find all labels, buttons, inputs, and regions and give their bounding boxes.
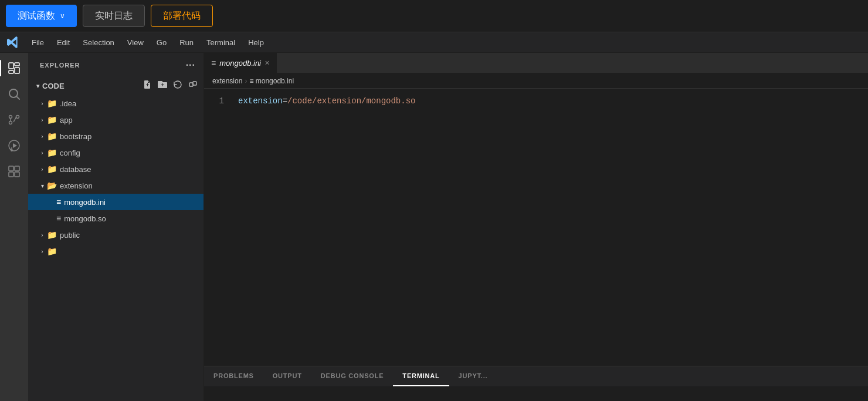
svg-rect-0 <box>9 63 13 69</box>
folder-icon: 📁 <box>47 132 57 141</box>
breadcrumb: extension › ≡ mongodb.ini <box>204 73 868 89</box>
root-folder-label: CODE <box>42 82 141 90</box>
tree-item-mongodb-so-label: mongodb.so <box>64 214 199 223</box>
folder-icon: 📁 <box>47 164 57 174</box>
svg-rect-1 <box>15 63 19 66</box>
menu-edit[interactable]: Edit <box>51 36 76 49</box>
menu-go[interactable]: Go <box>151 36 172 49</box>
tab-bar: ≡ mongodb.ini ✕ <box>204 53 868 73</box>
menu-view[interactable]: View <box>121 36 150 49</box>
tab-file-icon: ≡ <box>211 58 216 68</box>
tree-item-config[interactable]: › 📁 config <box>28 144 204 161</box>
deploy-code-label: 部署代码 <box>163 10 201 22</box>
panel-tab-debug-console[interactable]: DEBUG CONSOLE <box>311 366 394 386</box>
folder-icon: 📁 <box>47 115 57 124</box>
realtime-log-label: 实时日志 <box>95 10 133 22</box>
tree-item-database[interactable]: › 📁 database <box>28 161 204 177</box>
sidebar: EXPLORER ··· ▾ CODE <box>28 53 204 401</box>
code-key: extension <box>238 96 283 106</box>
test-function-button[interactable]: 测试函数 ∨ <box>6 5 77 27</box>
svg-rect-15 <box>9 172 13 177</box>
folder-icon: 📁 <box>47 99 57 108</box>
test-function-label: 测试函数 <box>18 10 55 22</box>
panel-tab-jupyter[interactable]: JUPYT... <box>449 366 497 386</box>
arrow-icon: › <box>38 133 47 140</box>
line-number-1: 1 <box>213 95 224 107</box>
menu-help[interactable]: Help <box>242 36 270 49</box>
new-folder-icon[interactable] <box>157 79 168 93</box>
tab-close-button[interactable]: ✕ <box>265 59 270 67</box>
tree-item-more[interactable]: › 📁 <box>28 243 204 260</box>
tree-item-idea[interactable]: › 📁 .idea <box>28 95 204 112</box>
ini-file-icon: ≡ <box>56 197 61 207</box>
svg-line-5 <box>17 97 20 100</box>
realtime-log-button[interactable]: 实时日志 <box>83 5 145 27</box>
menu-terminal[interactable]: Terminal <box>201 36 241 49</box>
panel-tabs: PROBLEMS OUTPUT DEBUG CONSOLE TERMINAL J… <box>204 366 868 387</box>
source-control-icon[interactable] <box>4 109 25 130</box>
tree-item-bootstrap[interactable]: › 📁 bootstrap <box>28 128 204 144</box>
menu-file[interactable]: File <box>26 36 50 49</box>
menu-run[interactable]: Run <box>174 36 199 49</box>
vscode-logo <box>5 34 21 50</box>
tree-item-extension-label: extension <box>60 181 199 190</box>
root-folder-actions <box>141 79 199 93</box>
sidebar-more-icon[interactable]: ··· <box>185 59 196 72</box>
editor-area: ≡ mongodb.ini ✕ extension › ≡ mongodb.in… <box>204 53 868 401</box>
line-numbers: 1 <box>204 95 233 360</box>
sidebar-header-actions: ··· <box>185 59 196 72</box>
code-eq: = <box>283 96 287 106</box>
arrow-icon: › <box>38 166 47 173</box>
vscode-editor: File Edit Selection View Go Run Terminal… <box>0 32 868 401</box>
run-debug-icon[interactable] <box>4 135 25 156</box>
tree-item-extension[interactable]: ▾ 📂 extension <box>28 177 204 194</box>
tree-item-idea-label: .idea <box>60 99 199 108</box>
folder-icon: 📁 <box>47 230 57 240</box>
breadcrumb-sep: › <box>245 77 247 85</box>
svg-rect-16 <box>15 172 19 177</box>
root-arrow-icon: ▾ <box>33 83 42 89</box>
breadcrumb-extension[interactable]: extension <box>212 77 242 85</box>
arrow-icon: › <box>38 232 47 238</box>
arrow-icon: › <box>38 150 47 156</box>
svg-rect-13 <box>9 166 13 171</box>
menu-selection[interactable]: Selection <box>77 36 120 49</box>
deploy-code-button[interactable]: 部署代码 <box>151 5 213 27</box>
tab-filename: mongodb.ini <box>219 59 261 68</box>
search-icon[interactable] <box>4 83 25 105</box>
code-editor: 1 extension=/code/extension/mongodb.so <box>204 89 868 366</box>
folder-open-icon: 📂 <box>47 181 57 190</box>
arrow-icon: › <box>38 100 47 107</box>
panel-tab-output[interactable]: OUTPUT <box>263 366 311 386</box>
new-file-icon[interactable] <box>141 79 153 93</box>
arrow-icon: › <box>38 117 47 123</box>
svg-point-11 <box>11 149 13 151</box>
tree-item-mongodb-ini[interactable]: › ≡ mongodb.ini <box>28 194 204 210</box>
code-val: /code/extension/mongodb.so <box>287 96 415 106</box>
panel-tab-problems[interactable]: PROBLEMS <box>204 366 263 386</box>
tree-item-mongodb-so[interactable]: › ≡ mongodb.so <box>28 210 204 227</box>
tree-item-mongodb-ini-label: mongodb.ini <box>64 198 199 207</box>
tree-item-database-label: database <box>60 165 199 174</box>
sidebar-title: EXPLORER <box>40 62 80 69</box>
breadcrumb-mongodb-ini[interactable]: ≡ mongodb.ini <box>249 77 294 85</box>
folder-icon: 📁 <box>47 148 57 157</box>
tree-item-config-label: config <box>60 149 199 157</box>
tree-item-app[interactable]: › 📁 app <box>28 112 204 128</box>
refresh-icon[interactable] <box>172 79 184 93</box>
root-folder[interactable]: ▾ CODE <box>28 76 204 95</box>
svg-rect-14 <box>15 166 19 171</box>
panel-tab-terminal[interactable]: TERMINAL <box>393 366 449 386</box>
explorer-icon[interactable] <box>4 58 25 79</box>
collapse-icon[interactable] <box>187 79 199 93</box>
svg-rect-2 <box>15 68 19 73</box>
svg-rect-3 <box>9 70 13 73</box>
tree-item-app-label: app <box>60 116 199 124</box>
code-line-1: extension=/code/extension/mongodb.so <box>238 95 863 107</box>
code-content[interactable]: extension=/code/extension/mongodb.so <box>233 95 868 360</box>
editor-tab-mongodb-ini[interactable]: ≡ mongodb.ini ✕ <box>204 53 277 73</box>
extensions-icon[interactable] <box>4 161 25 182</box>
tree-item-public-label: public <box>60 231 199 240</box>
tree-item-public[interactable]: › 📁 public <box>28 227 204 243</box>
so-file-icon: ≡ <box>56 214 61 223</box>
